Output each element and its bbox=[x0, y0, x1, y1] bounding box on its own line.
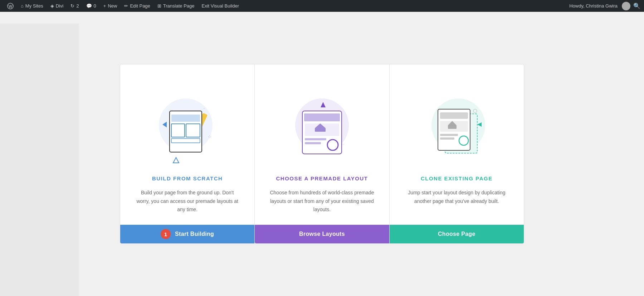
wp-logo[interactable]: W bbox=[4, 0, 17, 12]
my-sites-menu[interactable]: ⌂ My Sites bbox=[17, 0, 47, 12]
comments-menu[interactable]: 💬 0 bbox=[83, 0, 100, 12]
scratch-footer: 1 Start Building bbox=[120, 225, 254, 243]
svg-rect-40 bbox=[448, 125, 457, 129]
svg-text:W: W bbox=[9, 4, 13, 8]
comments-icon: 💬 bbox=[86, 3, 92, 9]
updates-icon: ↻ bbox=[70, 3, 74, 9]
premade-footer: Browse Layouts bbox=[255, 225, 389, 243]
svg-text:•: • bbox=[204, 107, 205, 110]
svg-rect-37 bbox=[440, 112, 468, 119]
scratch-title: BUILD FROM SCRATCH bbox=[152, 175, 223, 181]
home-icon: ⌂ bbox=[21, 3, 24, 9]
translate-page-menu[interactable]: ⊞ Translate Page bbox=[154, 0, 198, 12]
premade-layout-card: ✕ — ◇ bbox=[255, 64, 389, 244]
badge-1: 1 bbox=[161, 229, 171, 239]
cards-container: • ✕ ◇ BUILD FROM SCRATCH bbox=[120, 64, 524, 244]
svg-rect-25 bbox=[315, 128, 326, 132]
premade-illustration: ✕ — ◇ bbox=[283, 79, 361, 165]
svg-rect-26 bbox=[305, 138, 326, 140]
svg-text:—: — bbox=[342, 142, 345, 146]
clone-description: Jump start your layout design by duplica… bbox=[400, 189, 513, 214]
svg-marker-6 bbox=[173, 157, 179, 163]
exit-builder-menu[interactable]: Exit Visual Builder bbox=[198, 0, 243, 12]
admin-bar-right: Howdy, Christina Gwira 🔍 bbox=[569, 2, 640, 10]
clone-page-card: ✕ • • bbox=[390, 64, 524, 244]
scratch-description: Build your page from the ground up. Don'… bbox=[131, 189, 244, 214]
browse-layouts-button[interactable]: Browse Layouts bbox=[255, 225, 389, 243]
svg-rect-27 bbox=[305, 142, 321, 144]
svg-rect-42 bbox=[440, 137, 454, 140]
avatar bbox=[622, 2, 630, 10]
main-content: • ✕ ◇ BUILD FROM SCRATCH bbox=[0, 12, 644, 296]
scratch-illustration: • ✕ ◇ bbox=[148, 79, 227, 165]
divi-menu[interactable]: ◈ Divi bbox=[47, 0, 67, 12]
new-menu[interactable]: + New bbox=[100, 0, 121, 12]
build-from-scratch-card: • ✕ ◇ BUILD FROM SCRATCH bbox=[120, 64, 255, 244]
edit-page-menu[interactable]: ✏ Edit Page bbox=[121, 0, 153, 12]
svg-text:◇: ◇ bbox=[208, 135, 211, 139]
start-building-button[interactable]: 1 Start Building bbox=[120, 225, 254, 243]
choose-page-button[interactable]: Choose Page bbox=[390, 225, 524, 243]
premade-title: CHOOSE A PREMADE LAYOUT bbox=[276, 175, 368, 181]
sidebar-hint bbox=[0, 24, 79, 296]
svg-rect-41 bbox=[440, 134, 458, 136]
admin-bar: W ⌂ My Sites ◈ Divi ↻ 2 💬 0 + New ✏ Edit… bbox=[0, 0, 644, 12]
translate-icon: ⊞ bbox=[157, 3, 161, 9]
pencil-icon: ✏ bbox=[124, 3, 128, 9]
plus-icon: + bbox=[103, 3, 106, 9]
clone-illustration: ✕ • • bbox=[417, 79, 496, 165]
clone-title: CLONE EXISTING PAGE bbox=[421, 175, 493, 181]
svg-rect-10 bbox=[171, 115, 200, 122]
divi-icon: ◈ bbox=[50, 3, 54, 9]
premade-description: Choose from hundreds of world-class prem… bbox=[265, 189, 378, 214]
clone-footer: Choose Page bbox=[390, 225, 524, 243]
updates-menu[interactable]: ↻ 2 bbox=[67, 0, 82, 12]
search-icon[interactable]: 🔍 bbox=[633, 3, 640, 9]
svg-rect-22 bbox=[304, 113, 340, 121]
